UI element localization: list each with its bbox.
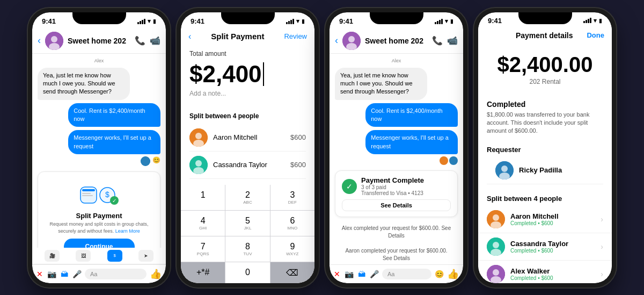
svg-point-16 (195, 160, 202, 167)
msg-received-3: Yea, just let me know how much I owe you… (335, 68, 427, 100)
video-icon-1[interactable]: 📹 (150, 35, 160, 46)
back-button-1[interactable]: ‹ (38, 35, 41, 46)
form-title-2: Split Payment (211, 32, 264, 41)
split-person-status-2: Completed • $600 (510, 275, 595, 281)
person-amount-2: $600 (290, 161, 306, 169)
split-person-row-0[interactable]: Aaron Mitchell Completed • $600 › (478, 206, 612, 233)
split-between-label-2: Split between 4 people (189, 112, 306, 120)
key-8[interactable]: 8TUV (225, 236, 269, 262)
completed-title-4: Completed (487, 100, 603, 109)
phone-3: 9:41 ▾ ▮ ‹ Sweet home 202 📞 📹 (325, 8, 467, 287)
key-4[interactable]: 4GHI (181, 211, 225, 236)
person-amount-1: $600 (290, 133, 306, 141)
close-icon-3[interactable]: ✕ (334, 270, 340, 278)
emoji-icon-3[interactable]: 😊 (435, 270, 444, 278)
chat-input-bar-3: ✕ 📷 🏔 🎤 Aa 😊 👍 (330, 264, 463, 283)
like-icon-3[interactable]: 👍 (447, 268, 459, 280)
status-icons-1: ▾ ▮ (137, 18, 156, 25)
signal-bars-1 (137, 19, 145, 24)
key-3[interactable]: 3DEF (270, 185, 314, 210)
continue-button-1[interactable]: Continue (64, 239, 135, 247)
key-1[interactable]: 1 (181, 185, 225, 210)
key-2[interactable]: 2ABC (225, 185, 269, 210)
signal-bars-2 (286, 19, 294, 24)
battery-icon-1: ▮ (153, 18, 156, 24)
mic-icon-3[interactable]: 🎤 (370, 270, 379, 278)
status-icons-4: ▾ ▮ (583, 17, 602, 24)
split-person-info-2: Alex Walker Completed • $600 (510, 267, 595, 281)
key-5[interactable]: 5JKL (225, 211, 269, 236)
avatar-1 (45, 32, 63, 50)
split-form-header-2: ‹ Split Payment Review (181, 28, 314, 45)
avatar-cassandra (189, 156, 208, 174)
toolbar-send-1[interactable]: ➤ (138, 250, 153, 262)
input-icons-3: ✕ 📷 🏔 🎤 (334, 270, 379, 278)
see-details-button-3[interactable]: See Details (342, 199, 451, 211)
svg-text:✓: ✓ (112, 198, 116, 204)
requester-info-4: Ricky Padilla (519, 166, 595, 174)
phone-icon-1[interactable]: 📞 (135, 35, 145, 46)
split-label-4: Split between 4 people (478, 189, 612, 206)
details-header-4: Payment details Done (478, 27, 612, 44)
toolbar-pay-1[interactable]: $ (107, 250, 122, 262)
msg-sent-2: Messenger works, I'll set up a request (68, 130, 160, 154)
message-input-3[interactable]: Aa (382, 269, 431, 279)
split-person-status-0: Completed • $600 (510, 220, 595, 226)
split-between-section-2: Split between 4 people Aaron Mitchell $6… (181, 107, 314, 184)
details-list-4: Aaron Mitchell Completed • $600 › Cassan… (478, 206, 612, 283)
toolbar-video-1[interactable]: 🎥 (45, 250, 60, 262)
notch-3 (370, 12, 423, 24)
split-person-row-2[interactable]: Alex Walker Completed • $600 › (478, 261, 612, 283)
avatar-aaron (189, 128, 208, 147)
chevron-icon-2: › (601, 270, 603, 278)
learn-more-link-1[interactable]: Learn More (115, 228, 140, 234)
status-icons-2: ▾ ▮ (286, 18, 305, 25)
svg-point-31 (493, 269, 499, 276)
key-9[interactable]: 9WXYZ (270, 236, 314, 262)
key-7[interactable]: 7PQRS (181, 236, 225, 262)
svg-rect-6 (82, 193, 91, 194)
payment-complete-info-3: Payment Complete 3 of 3 paid Transferred… (361, 176, 424, 196)
done-button-4[interactable]: Done (587, 31, 604, 39)
key-delete[interactable]: ⌫ (270, 262, 314, 283)
payment-complete-card-3: ✓ Payment Complete 3 of 3 paid Transferr… (335, 170, 458, 217)
person-row-1: Aaron Mitchell $600 (189, 124, 306, 152)
key-0[interactable]: 0 (225, 262, 269, 283)
gallery-icon-1[interactable]: 🏔 (61, 270, 68, 278)
phone-4: 9:41 ▾ ▮ Payment details Done $2,400.00 … (474, 8, 616, 287)
split-person-name-2: Alex Walker (510, 267, 595, 275)
like-icon-1[interactable]: 👍 (150, 268, 162, 280)
key-special[interactable]: +*# (181, 262, 225, 283)
gallery-icon-3[interactable]: 🏔 (358, 270, 365, 278)
review-link-2[interactable]: Review (284, 32, 307, 40)
key-6[interactable]: 6MNO (270, 211, 314, 236)
reaction-avatar-1 (141, 156, 150, 166)
close-icon-1[interactable]: ✕ (36, 270, 43, 278)
phone-1: 9:41 ▾ ▮ ‹ Sweet home 202 📞 📹 (28, 8, 170, 287)
chevron-icon-0: › (601, 215, 603, 224)
back-button-3[interactable]: ‹ (335, 35, 338, 46)
avatar-requester-4 (495, 161, 514, 179)
phone-2: 9:41 ▾ ▮ ‹ Split Payment Review Total am… (177, 8, 319, 287)
toolbar-img-1[interactable]: 🖼 (76, 250, 91, 262)
pc-subtitle-3: 3 of 3 paid (361, 184, 424, 190)
back-button-2[interactable]: ‹ (188, 32, 191, 41)
battery-icon-2: ▮ (302, 18, 305, 24)
battery-icon-4: ▮ (599, 18, 602, 24)
screen-2: 9:41 ▾ ▮ ‹ Split Payment Review Total am… (181, 12, 314, 283)
camera-icon-1[interactable]: 📷 (47, 270, 56, 278)
split-amount-section-2: Total amount $2,400 Add a note... (181, 45, 314, 103)
phone-icon-3[interactable]: 📞 (432, 35, 443, 46)
split-person-row-1[interactable]: Cassandra Taylor Completed • $600 › (478, 233, 612, 261)
mic-icon-1[interactable]: 🎤 (72, 270, 82, 278)
camera-icon-3[interactable]: 📷 (345, 270, 354, 278)
message-input-1[interactable]: Aa (85, 269, 147, 279)
video-icon-3[interactable]: 📹 (447, 35, 458, 46)
msg-sent-3b: Messenger works, I'll set up a request (365, 130, 458, 154)
messages-area-3: Alex Yea, just let me know how much I ow… (330, 54, 463, 264)
split-payment-card-1: $ ✓ Split Payment Request money and spli… (38, 171, 160, 247)
add-note-2[interactable]: Add a note... (189, 90, 306, 97)
numpad-2: 1 2ABC 3DEF 4GHI 5JKL 6MNO 7PQRS 8TUV 9W… (181, 185, 314, 283)
msg-sent-1: Cool. Rent is $2,400/month now (68, 103, 160, 127)
svg-point-28 (493, 242, 499, 248)
